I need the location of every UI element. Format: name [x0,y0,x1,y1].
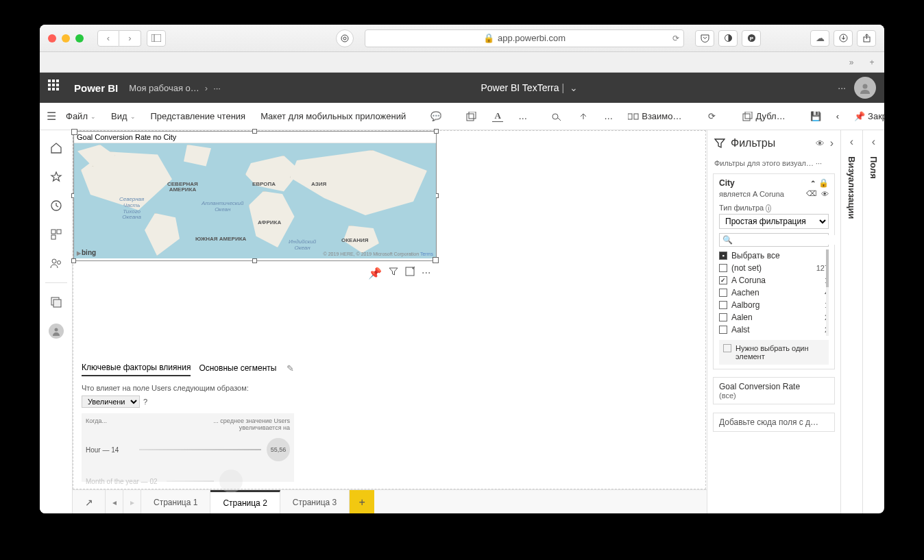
forward-button[interactable]: › [119,30,141,47]
back-button[interactable]: ‹ [97,30,119,47]
filter-item[interactable]: Aachen4 [719,287,829,299]
pin-button[interactable]: 📌Закрепит… [849,108,884,125]
ribbon-more-2[interactable]: … [598,108,618,124]
refresh-button[interactable]: ⟳ [701,108,723,125]
map-visual[interactable]: Goal Conversion Rate по City СЕВЕРНАЯ АМ… [73,131,437,261]
filter-search-input[interactable] [735,235,838,245]
filters-visibility-icon[interactable]: 👁 [816,138,825,149]
visualizations-pane-collapsed[interactable]: ‹ Визуализации [840,130,862,513]
page-tabs: ↗ ◂ ▸ Страница 1 Страница 2 Страница 3 + [73,489,707,513]
ribbon: ☰ Файл⌄ Вид⌄ Представление чтения Макет … [40,103,884,130]
nav-recent[interactable] [42,193,70,218]
filter-search[interactable]: 🔍 [719,233,829,247]
nav-shared[interactable] [42,251,70,276]
page-tab-1[interactable]: Страница 1 [141,490,210,513]
filter-clear-icon[interactable]: ⌫ [806,189,817,198]
duplicate-button[interactable]: Дубл… [737,108,791,125]
svg-point-2 [341,35,348,42]
filter-card-gcr[interactable]: Goal Conversion Rate (все) [713,377,835,404]
sidebar-toggle[interactable] [147,30,166,47]
header-more-icon[interactable]: ··· [838,82,846,93]
comment-button[interactable]: 💬 [425,108,447,125]
filter-dropzone[interactable]: Добавьте сюда поля с д… [713,413,835,432]
tab-top-segments[interactable]: Основные сегменты [199,361,276,376]
nav-my-workspace[interactable] [42,319,70,343]
filter-item[interactable]: A Coruna1 [719,274,829,287]
filter-visual-icon[interactable] [389,267,398,280]
pages-prev[interactable]: ◂ [106,490,123,513]
pocket-icon[interactable] [695,30,714,47]
minimize-window[interactable] [62,34,70,42]
nav-workspaces[interactable] [42,290,70,315]
copy-visual-button[interactable] [461,108,483,125]
fields-pane-collapsed[interactable]: ‹ Поля [862,130,884,513]
save-button[interactable]: 💾 [805,108,827,125]
reload-icon[interactable]: ⟳ [672,34,679,43]
mobile-layout-button[interactable]: Макет для мобильных приложений [255,108,411,124]
reading-view-button[interactable]: Представление чтения [145,108,252,124]
filter-desc: является A Coruna [719,190,784,198]
file-menu[interactable]: Файл⌄ [60,108,101,124]
url-bar[interactable]: 🔒app.powerbi.com ⟳ [365,29,684,47]
filters-collapse-icon[interactable]: › [830,137,834,149]
filter-item[interactable]: Aalborg1 [719,299,829,311]
filter-collapse-icon[interactable]: ⌃ [810,180,816,187]
filter-item[interactable]: Aalen2 [719,311,829,324]
share-icon[interactable] [857,30,876,47]
extension-gear[interactable] [336,29,354,47]
ki-direction-select[interactable]: Увеличение [82,395,140,408]
ki-mode-icon[interactable]: ✎ [287,363,294,374]
textbox-button[interactable]: A [487,108,509,125]
filter-item[interactable]: (not set)127 [719,262,829,274]
breadcrumb: Моя рабочая о… › ··· [129,83,221,93]
close-window[interactable] [48,34,56,42]
key-influencers-visual[interactable]: Ключевые факторы влияния Основные сегмен… [82,360,294,483]
hamburger-icon[interactable]: ☰ [47,110,56,123]
ribbon-more-1[interactable]: … [513,108,533,124]
page-tab-2[interactable]: Страница 2 [210,490,280,513]
maximize-window[interactable] [75,34,84,42]
drill-button[interactable] [546,108,568,125]
add-page-button[interactable]: + [350,490,374,513]
filter-item[interactable]: ▪Выбрать все [719,249,829,262]
new-tab[interactable]: + [864,56,880,69]
filter-lock-icon[interactable]: 🔒 [818,178,829,188]
page-tab-3[interactable]: Страница 3 [280,490,350,513]
svg-text:P: P [749,36,753,42]
download-icon[interactable] [834,30,853,47]
svg-rect-19 [57,230,61,234]
ki-row[interactable]: Hour — 14 55,56 [86,438,290,461]
popout-icon[interactable]: ↗ [73,490,106,513]
doc-chevron-down-icon[interactable]: ⌄ [570,82,578,93]
view-menu[interactable]: Вид⌄ [106,108,141,124]
tabs-overflow[interactable]: » [843,56,860,69]
nav-apps[interactable] [42,222,70,247]
ribbon-more-3[interactable]: ‹ [831,108,844,124]
pin-visual-icon[interactable]: 📌 [368,267,382,280]
svg-rect-10 [467,114,474,121]
pages-next[interactable]: ▸ [123,490,141,513]
tool-icon[interactable] [718,30,738,47]
svg-rect-16 [745,112,752,119]
focus-visual-icon[interactable] [405,267,415,280]
nav-favorites[interactable] [42,165,70,189]
nav-home[interactable] [42,136,70,160]
workspace-link[interactable]: Моя рабочая о… [129,83,199,93]
checkbox-icon [719,313,727,321]
checkbox-icon [719,289,727,297]
filter-eye-icon[interactable]: 👁 [821,190,829,198]
report-canvas[interactable]: Goal Conversion Rate по City СЕВЕРНАЯ АМ… [73,130,706,489]
pinterest-icon[interactable]: P [742,30,761,47]
drill-up-button[interactable] [572,108,594,125]
visual-more-icon[interactable]: ··· [422,267,430,280]
filter-item[interactable]: Aalst2 [719,324,829,336]
filter-scrollbar[interactable] [826,249,829,336]
tab-key-influencers[interactable]: Ключевые факторы влияния [82,360,191,376]
app-launcher-icon[interactable] [48,80,64,96]
interactions-button[interactable]: Взаимо… [622,108,687,125]
brand[interactable]: Power BI [74,82,118,94]
cloud-icon[interactable]: ☁ [810,30,829,47]
filter-type-select[interactable]: Простая фильтрация [719,214,829,229]
breadcrumb-more[interactable]: ··· [213,83,221,93]
avatar[interactable] [854,77,876,99]
